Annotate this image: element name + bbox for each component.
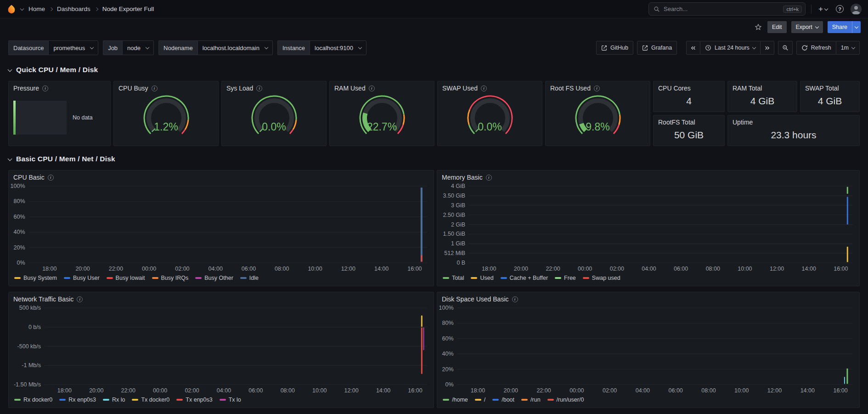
x-tick-label: 14:00 <box>374 266 389 272</box>
panel-header[interactable]: CPU Basic <box>9 170 434 182</box>
x-tick-label: 04:00 <box>642 266 656 272</box>
variable-job-dropdown[interactable]: node <box>122 40 154 55</box>
x-tick-label: 22:00 <box>546 266 560 272</box>
pressure-chart[interactable]: No data <box>9 93 110 146</box>
legend-item[interactable]: Rx docker0 <box>14 397 52 403</box>
legend-item[interactable]: Cache + Buffer <box>501 275 548 281</box>
panel-header[interactable]: RAM Total <box>728 81 797 93</box>
grafana-logo[interactable] <box>6 4 17 14</box>
variable-nodename-dropdown[interactable]: localhost.localdomain <box>197 40 273 55</box>
info-icon[interactable] <box>486 175 492 181</box>
panel-header[interactable]: SWAP Total <box>800 81 859 93</box>
panel-header[interactable]: Memory Basic <box>437 170 859 182</box>
legend-item[interactable]: Rx lo <box>103 397 125 403</box>
legend-item[interactable]: Busy User <box>64 275 100 281</box>
panel-header[interactable]: Pressure <box>9 81 110 93</box>
y-tick-label: 80% <box>14 198 25 204</box>
star-button[interactable] <box>755 23 762 31</box>
breadcrumb-home[interactable]: Home <box>28 6 45 12</box>
legend-item[interactable]: Free <box>555 275 576 281</box>
legend-item[interactable]: Busy Iowait <box>107 275 145 281</box>
avatar[interactable] <box>851 4 862 15</box>
panel-uptime: Uptime 23.3 hours <box>727 115 860 146</box>
panel-header[interactable]: Network Traffic Basic <box>9 292 434 304</box>
legend-item[interactable]: /home <box>443 397 468 403</box>
legend-item[interactable]: Swap used <box>583 275 620 281</box>
variable-value: localhost:9100 <box>315 45 353 51</box>
stat-value: 23.3 hours <box>728 127 859 146</box>
panel-header[interactable]: Disk Space Used Basic <box>437 292 859 304</box>
zoom-out-button[interactable] <box>778 41 793 55</box>
time-shift-back-button[interactable] <box>686 41 700 55</box>
chart-legend: Busy SystemBusy UserBusy IowaitBusy IRQs… <box>9 274 434 286</box>
info-icon[interactable] <box>369 85 375 91</box>
edit-button[interactable]: Edit <box>767 21 787 33</box>
info-icon[interactable] <box>256 85 262 91</box>
network-traffic-basic-chart[interactable]: 500 kb/s0 b/s-500 kb/s-1 Mb/s-1.50 Mb/s1… <box>9 304 434 396</box>
panel-title: RAM Total <box>733 85 762 92</box>
variable-label: Job <box>103 40 122 55</box>
panel-header[interactable]: Root FS Used <box>546 81 650 93</box>
legend-item[interactable]: Busy System <box>14 275 57 281</box>
variable-instance-dropdown[interactable]: localhost:9100 <box>310 40 366 55</box>
time-shift-forward-button[interactable] <box>761 41 774 55</box>
legend-item[interactable]: Rx enp0s3 <box>59 397 96 403</box>
github-link-button[interactable]: GitHub <box>596 41 633 55</box>
panel-header[interactable]: Uptime <box>728 115 859 127</box>
breadcrumb-dashboards[interactable]: Dashboards <box>57 6 90 12</box>
gauge <box>568 93 628 143</box>
info-icon[interactable] <box>481 85 487 91</box>
panel-header[interactable]: RAM Used <box>330 81 434 93</box>
panel-header[interactable]: RootFS Total <box>654 115 724 127</box>
add-new-button[interactable]: + <box>817 3 829 16</box>
info-icon[interactable] <box>512 296 518 302</box>
section-quick-cpu-mem-disk[interactable]: Quick CPU / Mem / Disk <box>8 62 860 77</box>
legend-item[interactable]: Tx docker0 <box>132 397 169 403</box>
export-button[interactable]: Export <box>791 21 823 33</box>
top-navigation: Home Dashboards Node Exporter Full Searc… <box>0 0 868 18</box>
legend-item[interactable]: / <box>475 397 485 403</box>
legend-item[interactable]: Idle <box>240 275 259 281</box>
x-tick-label: 10:00 <box>734 387 749 394</box>
refresh-interval-dropdown[interactable]: 1m <box>836 41 860 55</box>
legend-item[interactable]: Total <box>443 275 464 281</box>
x-tick-label: 08:00 <box>281 387 295 394</box>
cpu-basic-chart[interactable]: 100%80%60%40%20%0%18:0020:0022:0000:0002… <box>9 182 434 274</box>
legend-item[interactable]: Used <box>471 275 493 281</box>
panel-rootfs-total: RootFS Total 50 GiB <box>653 115 725 146</box>
gauge-wrap: 22.7% <box>352 93 412 141</box>
grafana-link-button[interactable]: Grafana <box>637 41 677 55</box>
legend-item[interactable]: /run/user/0 <box>547 397 584 403</box>
variable-datasource-dropdown[interactable]: prometheus <box>48 40 98 55</box>
panel-header[interactable]: Sys Load <box>222 81 326 93</box>
memory-basic-chart[interactable]: 4 GiB3.50 GiB3 GiB2.50 GiB2 GiB1.50 GiB1… <box>437 182 859 274</box>
refresh-button[interactable]: Refresh <box>796 41 836 55</box>
chevron-down-icon <box>851 45 855 49</box>
legend-item[interactable]: Tx lo <box>220 397 241 403</box>
legend-swatch <box>132 399 138 401</box>
disk-space-used-basic-chart[interactable]: 100%80%60%40%20%0%18:0020:0022:0000:0002… <box>437 304 859 396</box>
time-range-picker[interactable]: Last 24 hours <box>700 41 761 55</box>
legend-item[interactable]: Busy IRQs <box>152 275 189 281</box>
legend-item[interactable]: Tx enp0s3 <box>176 397 212 403</box>
legend-item[interactable]: /boot <box>492 397 514 403</box>
info-icon[interactable] <box>152 85 158 91</box>
share-button[interactable]: Share <box>828 21 852 33</box>
help-button[interactable]: ? <box>834 3 845 16</box>
share-menu-button[interactable] <box>852 21 861 33</box>
org-switcher-caret-icon[interactable] <box>21 8 23 10</box>
panel-header[interactable]: CPU Cores <box>654 81 724 93</box>
section-basic-cpu-mem-net-disk[interactable]: Basic CPU / Mem / Net / Disk <box>8 152 860 166</box>
info-icon[interactable] <box>594 85 600 91</box>
info-icon[interactable] <box>77 296 83 302</box>
panel-header[interactable]: CPU Busy <box>114 81 218 93</box>
legend-label: Tx enp0s3 <box>186 397 212 403</box>
search-input[interactable]: Search... ctrl+k <box>648 2 806 16</box>
variable-value: prometheus <box>53 45 85 51</box>
info-icon[interactable] <box>48 175 54 181</box>
panel-header[interactable]: SWAP Used <box>438 81 542 93</box>
legend-item[interactable]: Busy Other <box>195 275 233 281</box>
info-icon[interactable] <box>42 85 48 91</box>
legend-item[interactable]: /run <box>521 397 541 403</box>
panel-title: Sys Load <box>226 85 253 92</box>
